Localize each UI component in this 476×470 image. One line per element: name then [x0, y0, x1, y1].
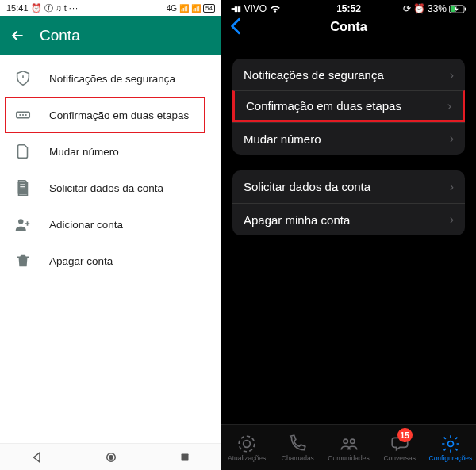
network-icon: 4G — [167, 4, 177, 13]
chevron-right-icon: › — [450, 180, 454, 194]
rotation-lock-icon: ⟳ — [403, 3, 411, 14]
tab-chats[interactable]: 15 Conversas — [374, 425, 425, 470]
tab-label: Chamadas — [282, 454, 314, 462]
music-icon: ♫ — [56, 3, 62, 13]
ios-section-1: Notificações de segurança › Confirmação … — [232, 59, 465, 155]
alarm-icon: ⏰ — [413, 3, 425, 14]
item-label: Adicionar conta — [49, 219, 123, 231]
document-icon — [14, 179, 32, 197]
item-label: Apagar conta — [49, 255, 113, 267]
ios-screen: ▪▪▮▮ VIVO 15:52 ⟳ ⏰ 33% Conta Notificaçõ… — [221, 0, 476, 470]
svg-point-19 — [447, 441, 453, 446]
people-icon — [339, 434, 359, 454]
ios-header: Conta — [221, 17, 476, 48]
svg-rect-6 — [20, 186, 25, 187]
row-label: Apagar minha conta — [244, 213, 450, 227]
svg-rect-4 — [18, 182, 28, 195]
item-label: Solicitar dados da conta — [49, 182, 163, 194]
svg-point-3 — [25, 114, 27, 116]
tab-label: Conversas — [383, 454, 416, 462]
phone-icon — [287, 434, 308, 454]
svg-rect-7 — [20, 189, 25, 189]
tab-label: Atualizações — [228, 454, 266, 462]
svg-rect-11 — [181, 453, 188, 460]
android-app-bar: Conta — [0, 16, 221, 55]
back-arrow-icon[interactable] — [10, 28, 25, 44]
battery-icon: 54 — [203, 4, 215, 13]
battery-icon — [449, 5, 466, 13]
android-status-bar: 15:41 ⏰ ⓕ ♫ t ··· 4G 📶 📶 54 — [0, 0, 221, 16]
row-two-step-verification[interactable]: Confirmação em duas etapas › — [232, 90, 465, 123]
page-title: Conta — [221, 19, 476, 34]
svg-point-1 — [19, 114, 21, 116]
page-title: Conta — [40, 27, 80, 44]
battery-percent: 33% — [428, 3, 447, 14]
more-icon: ··· — [69, 3, 79, 13]
svg-rect-14 — [465, 7, 466, 10]
tab-label: Configurações — [429, 454, 473, 462]
unread-badge: 15 — [397, 428, 413, 442]
signal-icon: 📶 — [191, 4, 201, 13]
svg-point-18 — [350, 439, 354, 443]
wifi-icon — [270, 4, 281, 13]
tab-label: Comunidades — [328, 454, 369, 462]
nav-back-icon[interactable] — [30, 450, 44, 464]
item-security-notifications[interactable]: Notificações de segurança — [0, 60, 221, 97]
item-delete-account[interactable]: Apagar conta — [0, 243, 221, 279]
svg-point-16 — [239, 436, 255, 452]
chevron-right-icon: › — [447, 99, 451, 113]
row-change-number[interactable]: Mudar número › — [232, 122, 465, 155]
row-request-data[interactable]: Solicitar dados da conta › — [232, 170, 465, 203]
item-request-data[interactable]: Solicitar dados da conta — [0, 170, 221, 206]
svg-rect-0 — [17, 112, 30, 117]
signal-icon: 📶 — [179, 4, 189, 13]
row-label: Mudar número — [244, 132, 450, 146]
svg-point-2 — [22, 114, 24, 116]
tab-calls[interactable]: Chamadas — [272, 425, 323, 470]
chevron-right-icon: › — [450, 132, 454, 146]
chevron-right-icon: › — [450, 212, 454, 227]
add-user-icon — [14, 216, 32, 233]
item-label: Confirmação em duas etapas — [49, 109, 189, 121]
status-time: 15:41 — [6, 3, 29, 13]
chevron-right-icon: › — [450, 68, 454, 82]
nav-recents-icon[interactable] — [178, 450, 192, 464]
trash-icon — [14, 252, 32, 269]
tab-updates[interactable]: Atualizações — [221, 425, 272, 470]
item-label: Mudar número — [49, 146, 119, 158]
facebook-icon: ⓕ — [44, 2, 53, 14]
item-two-step-verification[interactable]: Confirmação em duas etapas — [0, 97, 221, 133]
ios-section-2: Solicitar dados da conta › Apagar minha … — [232, 170, 465, 235]
svg-point-17 — [343, 439, 347, 443]
svg-rect-13 — [451, 6, 455, 12]
back-chevron-icon[interactable] — [229, 17, 242, 35]
android-account-list: Notificações de segurança Confirmação em… — [0, 55, 221, 279]
row-security-notifications[interactable]: Notificações de segurança › — [232, 59, 465, 91]
pin-icon — [14, 106, 32, 124]
ios-tab-bar: Atualizações Chamadas Comunidades 15 Con… — [221, 424, 476, 470]
row-label: Solicitar dados da conta — [244, 180, 450, 193]
android-screen: 15:41 ⏰ ⓕ ♫ t ··· 4G 📶 📶 54 Conta Notifi… — [0, 0, 221, 470]
row-label: Confirmação em duas etapas — [246, 99, 447, 113]
alarm-icon: ⏰ — [31, 3, 42, 13]
app-icon: t — [64, 3, 67, 13]
nav-home-icon[interactable] — [104, 450, 118, 464]
item-label: Notificações de segurança — [49, 73, 175, 85]
shield-icon — [14, 70, 32, 87]
signal-bars-icon: ▪▪▮▮ — [231, 5, 240, 13]
item-change-number[interactable]: Mudar número — [0, 133, 221, 170]
svg-point-8 — [18, 219, 23, 224]
gear-icon — [440, 434, 461, 454]
ios-status-bar: ▪▪▮▮ VIVO 15:52 ⟳ ⏰ 33% — [221, 0, 476, 17]
tab-communities[interactable]: Comunidades — [323, 425, 374, 470]
row-delete-account[interactable]: Apagar minha conta › — [232, 203, 465, 235]
svg-point-10 — [109, 455, 113, 459]
sim-icon — [14, 143, 32, 160]
carrier-label: VIVO — [244, 3, 267, 14]
svg-point-15 — [244, 440, 251, 447]
android-nav-bar — [0, 443, 221, 470]
row-label: Notificações de segurança — [244, 68, 450, 82]
status-icon — [236, 434, 257, 454]
tab-settings[interactable]: Configurações — [425, 425, 476, 470]
item-add-account[interactable]: Adicionar conta — [0, 206, 221, 243]
